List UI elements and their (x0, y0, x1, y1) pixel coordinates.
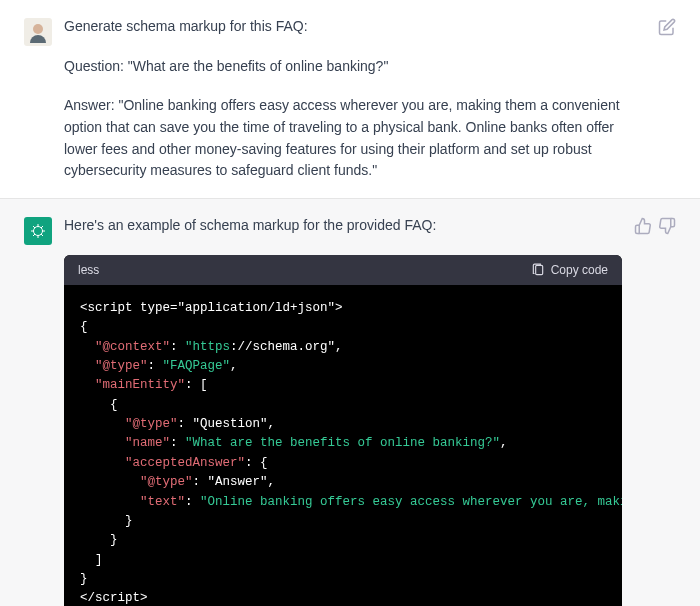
user-text-line-2: Question: "What are the benefits of onli… (64, 56, 622, 78)
copy-code-button[interactable]: Copy code (531, 263, 608, 277)
assistant-message: Here's an example of schema markup for t… (0, 198, 700, 606)
thumbs-down-icon[interactable] (658, 217, 676, 235)
user-avatar (24, 18, 52, 46)
assistant-actions (630, 215, 676, 606)
code-body: <script type="application/ld+json"> { "@… (64, 285, 622, 606)
assistant-intro: Here's an example of schema markup for t… (64, 215, 622, 237)
assistant-content: Here's an example of schema markup for t… (64, 215, 630, 606)
copy-code-label: Copy code (551, 263, 608, 277)
thumbs-up-icon[interactable] (634, 217, 652, 235)
code-header: less Copy code (64, 255, 622, 285)
user-message: Generate schema markup for this FAQ: Que… (0, 0, 700, 198)
code-language-label: less (78, 263, 99, 277)
assistant-avatar (24, 217, 52, 245)
edit-icon[interactable] (658, 18, 676, 36)
user-actions (630, 16, 676, 190)
user-content: Generate schema markup for this FAQ: Que… (64, 16, 630, 190)
avatar-column (24, 215, 64, 606)
avatar-column (24, 16, 64, 190)
clipboard-icon (531, 263, 545, 277)
user-text-line-1: Generate schema markup for this FAQ: (64, 16, 622, 38)
svg-rect-1 (535, 265, 542, 274)
user-text-line-3: Answer: "Online banking offers easy acce… (64, 95, 622, 182)
code-block: less Copy code <script type="application… (64, 255, 622, 606)
